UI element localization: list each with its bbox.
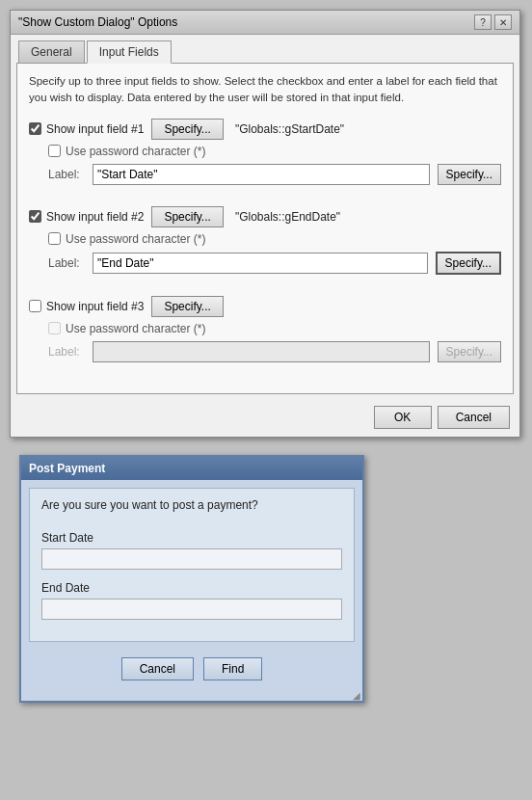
password-2-checkbox[interactable]: [48, 232, 61, 245]
show-field-1-checkbox[interactable]: [29, 122, 41, 135]
label-2-specify-btn[interactable]: Specify...: [436, 252, 501, 275]
post-payment-find-button[interactable]: Find: [203, 657, 262, 680]
post-payment-titlebar: Post Payment: [21, 457, 362, 480]
end-date-group: End Date: [41, 581, 342, 631]
show-field-1-label[interactable]: Show input field #1: [29, 122, 144, 136]
field-group-3: Show input field #3 Specify... Use passw…: [29, 296, 501, 372]
specify-field-1-button[interactable]: Specify...: [151, 119, 223, 140]
field-row-1: Show input field #1 Specify... "Globals:…: [29, 119, 501, 140]
show-field-2-text: Show input field #2: [46, 210, 144, 224]
show-custom-dialog: "Show Custom Dialog" Options ? ✕ General…: [10, 10, 520, 438]
start-date-group: Start Date: [41, 531, 342, 581]
show-field-2-label[interactable]: Show input field #2: [29, 210, 144, 224]
dialog-description: Specify up to three input fields to show…: [29, 73, 501, 107]
post-payment-question: Are you sure you want to post a payment?: [41, 498, 342, 512]
password-1-label: Use password character (*): [66, 145, 205, 158]
label-1-prefix: Label:: [48, 168, 85, 181]
field-row-2: Show input field #2 Specify... "Globals:…: [29, 206, 501, 227]
field-group-2: Show input field #2 Specify... "Globals:…: [29, 206, 501, 284]
label-2-prefix: Label:: [48, 256, 85, 270]
specify-field-3-button[interactable]: Specify...: [151, 296, 223, 317]
dialog-footer: OK Cancel: [11, 400, 519, 437]
password-3-checkbox[interactable]: [48, 322, 61, 334]
label-1-input[interactable]: [93, 164, 430, 185]
password-3-label: Use password character (*): [66, 322, 205, 335]
post-payment-title: Post Payment: [29, 462, 105, 475]
field-1-value: "Globals::gStartDate": [235, 122, 344, 136]
label-2-input[interactable]: [93, 253, 428, 274]
post-payment-footer: Cancel Find: [21, 650, 362, 688]
cancel-button[interactable]: Cancel: [438, 406, 510, 429]
tab-general[interactable]: General: [18, 40, 85, 63]
dialog-title: "Show Custom Dialog" Options: [18, 15, 177, 29]
label-3-prefix: Label:: [48, 345, 85, 359]
help-button[interactable]: ?: [474, 14, 492, 30]
end-date-input[interactable]: [41, 599, 342, 620]
end-date-label: End Date: [41, 581, 342, 595]
show-field-3-text: Show input field #3: [46, 300, 144, 313]
label-3-input: [93, 341, 430, 362]
password-row-2: Use password character (*): [48, 232, 501, 246]
label-row-1: Label: Specify...: [48, 164, 501, 185]
tab-input-fields[interactable]: Input Fields: [87, 40, 172, 64]
ok-button[interactable]: OK: [374, 406, 432, 429]
show-field-3-label[interactable]: Show input field #3: [29, 300, 144, 313]
label-row-3: Label: Specify...: [48, 341, 501, 362]
label-3-specify-btn[interactable]: Specify...: [438, 341, 501, 362]
password-row-1: Use password character (*): [48, 145, 501, 158]
dialog-body: Specify up to three input fields to show…: [16, 63, 514, 394]
specify-field-2-button[interactable]: Specify...: [151, 206, 223, 227]
label-1-specify-btn[interactable]: Specify...: [438, 164, 501, 185]
show-field-3-checkbox[interactable]: [29, 300, 41, 312]
show-field-1-text: Show input field #1: [46, 122, 144, 136]
close-button[interactable]: ✕: [494, 14, 512, 30]
tabs-bar: General Input Fields: [11, 35, 519, 63]
field-row-3: Show input field #3 Specify...: [29, 296, 501, 317]
post-payment-cancel-button[interactable]: Cancel: [121, 657, 194, 680]
label-row-2: Label: Specify...: [48, 252, 501, 275]
titlebar-buttons: ? ✕: [474, 14, 512, 30]
post-payment-body: Are you sure you want to post a payment?…: [29, 488, 355, 642]
post-payment-dialog: Post Payment Are you sure you want to po…: [19, 455, 364, 703]
start-date-input[interactable]: [41, 548, 342, 570]
password-1-checkbox[interactable]: [48, 145, 61, 157]
password-row-3: Use password character (*): [48, 322, 501, 335]
dialog-titlebar: "Show Custom Dialog" Options ? ✕: [11, 11, 519, 35]
start-date-label: Start Date: [41, 531, 342, 545]
field-2-value: "Globals::gEndDate": [235, 210, 340, 224]
field-group-1: Show input field #1 Specify... "Globals:…: [29, 119, 501, 195]
resize-handle: ◢: [21, 688, 362, 701]
show-field-2-checkbox[interactable]: [29, 210, 41, 223]
password-2-label: Use password character (*): [66, 232, 205, 246]
